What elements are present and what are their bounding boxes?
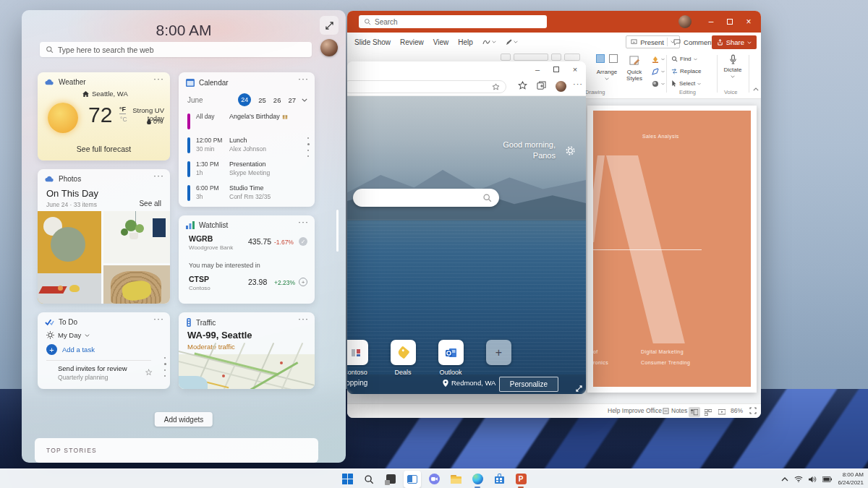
quick-styles-button[interactable]: Quick Styles [621, 54, 647, 82]
settings-more-button[interactable]: ··· [573, 80, 583, 88]
task-view-button[interactable] [382, 471, 399, 488]
shape-outline-button[interactable] [652, 68, 665, 75]
slide-canvas[interactable]: Sales Analysis of ronics Digital Marketi… [587, 106, 757, 393]
photo-thumbnail[interactable] [103, 265, 170, 304]
chat-button[interactable] [425, 471, 443, 488]
stock-added-check-icon[interactable]: ✓ [299, 237, 307, 246]
close-button[interactable]: × [739, 11, 758, 33]
tab-slide-show[interactable]: Slide Show [354, 38, 391, 46]
add-task-button[interactable]: + Add a task [46, 344, 95, 355]
minimize-button[interactable]: – [702, 11, 720, 33]
select-button[interactable]: Select [671, 80, 701, 87]
calendar-date[interactable]: 27 [288, 96, 296, 104]
widgets-button[interactable] [404, 471, 421, 488]
powerpoint-titlebar[interactable]: Search – × [347, 11, 761, 33]
arrange-button[interactable]: Arrange [594, 54, 620, 82]
collections-star-icon[interactable] [518, 81, 527, 90]
share-button[interactable]: Share [712, 35, 757, 49]
quicklink-tile-outlook[interactable] [438, 340, 464, 365]
wifi-icon[interactable] [794, 476, 803, 482]
replace-button[interactable]: Replace [671, 68, 701, 74]
web-search-input[interactable]: Type here to search the web [40, 42, 312, 57]
add-quicklink-tile[interactable]: + [486, 340, 511, 365]
widget-menu-button[interactable]: ··· [298, 314, 309, 324]
favorites-star-icon[interactable] [492, 83, 500, 91]
help-improve-office-link[interactable]: Help Improve Office [608, 407, 662, 414]
calendar-date[interactable]: 26 [273, 96, 281, 104]
shape-fill-button[interactable] [652, 56, 665, 63]
chevron-down-icon[interactable] [302, 98, 307, 102]
address-bar[interactable] [347, 80, 506, 93]
stock-symbol[interactable]: WGRB [189, 234, 213, 243]
photo-thumbnail[interactable] [103, 211, 170, 263]
photos-widget[interactable]: Photos ··· On This Day June 24 · 33 item… [38, 169, 170, 304]
draw-pen-button[interactable] [506, 39, 518, 46]
ink-tools-button[interactable] [482, 39, 496, 46]
dictate-button[interactable]: Dictate [720, 53, 746, 80]
calendar-event[interactable]: All day Angela's Birthday [187, 112, 303, 132]
volume-icon[interactable] [809, 476, 817, 483]
calendar-event[interactable]: 6:00 PM 3h Studio Time Conf Rm 32/35 [187, 184, 303, 204]
widget-menu-button[interactable]: ··· [298, 74, 309, 84]
collapse-ribbon-icon[interactable] [753, 87, 759, 91]
web-search-bar[interactable] [353, 189, 499, 207]
quicklink-tile-contoso[interactable] [347, 340, 368, 365]
powerpoint-search-box[interactable]: Search [359, 15, 547, 28]
widget-menu-button[interactable]: ··· [153, 314, 164, 324]
shape-effects-button[interactable] [652, 80, 665, 87]
collections-icon[interactable] [537, 81, 546, 90]
page-settings-gear-icon[interactable] [565, 145, 576, 156]
expand-panel-button[interactable] [320, 16, 339, 35]
fit-slide-button[interactable] [749, 407, 757, 414]
maximize-button[interactable] [720, 11, 739, 33]
add-widgets-button[interactable]: Add widgets [155, 412, 213, 427]
ribbon-arrange-icon[interactable] [564, 53, 580, 61]
hidden-icons-chevron[interactable] [781, 477, 788, 481]
calendar-widget[interactable]: Calendar ··· June 24 25 26 27 All day An… [179, 72, 315, 207]
account-avatar[interactable] [678, 15, 692, 28]
photo-thumbnail[interactable] [38, 211, 101, 304]
find-button[interactable]: Find [671, 56, 697, 62]
event-scroll-indicator[interactable] [307, 137, 310, 157]
file-explorer-button[interactable] [447, 471, 464, 488]
todo-widget[interactable]: To Do ··· My Day + Add a task Send invit… [38, 312, 170, 389]
task-title[interactable]: Send invites for review [58, 364, 127, 372]
edge-titlebar[interactable]: – × [347, 61, 586, 77]
ribbon-shapes-gallery[interactable] [514, 53, 548, 61]
ribbon-shape-icon[interactable] [551, 53, 561, 61]
user-avatar[interactable] [320, 39, 338, 56]
close-button[interactable]: × [566, 61, 584, 77]
traffic-widget[interactable]: Traffic ··· WA-99, Seattle Moderate traf… [179, 312, 315, 389]
zoom-level[interactable]: 86% [731, 407, 743, 414]
traffic-map[interactable] [179, 354, 315, 389]
maximize-button[interactable] [547, 61, 566, 77]
minimize-button[interactable]: – [528, 61, 547, 77]
panel-scrollbar[interactable] [336, 210, 339, 252]
slideshow-view-button[interactable] [716, 407, 728, 417]
taskbar-search-button[interactable] [360, 471, 378, 488]
see-full-forecast-link[interactable]: See full forecast [38, 145, 170, 153]
location-button[interactable]: Redmond, WA [443, 379, 495, 387]
normal-view-button[interactable] [689, 407, 700, 417]
slide-sorter-view-button[interactable] [702, 407, 714, 417]
taskbar-clock[interactable]: 8:00 AM 6/24/2021 [838, 471, 864, 487]
widget-menu-button[interactable]: ··· [153, 74, 164, 84]
calendar-event[interactable]: 12:00 PM 30 min Lunch Alex Johnson [187, 136, 303, 156]
start-button[interactable] [339, 471, 356, 488]
edge-button[interactable] [469, 471, 486, 488]
personalize-button[interactable]: Personalize [499, 377, 558, 392]
notes-button[interactable]: Notes [663, 407, 687, 414]
weather-widget[interactable]: Weather ··· Seattle, WA 72 °F °C Strong … [38, 72, 170, 160]
battery-icon[interactable] [822, 476, 832, 482]
tab-review[interactable]: Review [400, 38, 424, 46]
task-favorite-star-icon[interactable]: ☆ [145, 367, 153, 377]
store-button[interactable] [490, 471, 508, 488]
expand-diagonal-icon[interactable] [576, 385, 582, 392]
todo-scroll-indicator[interactable] [164, 357, 166, 377]
top-stories-card[interactable]: TOP STORIES [35, 438, 318, 463]
widget-menu-button[interactable]: ··· [298, 217, 309, 227]
shopping-link[interactable]: Shopping [347, 379, 367, 387]
profile-avatar[interactable] [556, 81, 566, 92]
tab-view[interactable]: View [433, 38, 449, 46]
calendar-date[interactable]: 25 [258, 96, 266, 104]
